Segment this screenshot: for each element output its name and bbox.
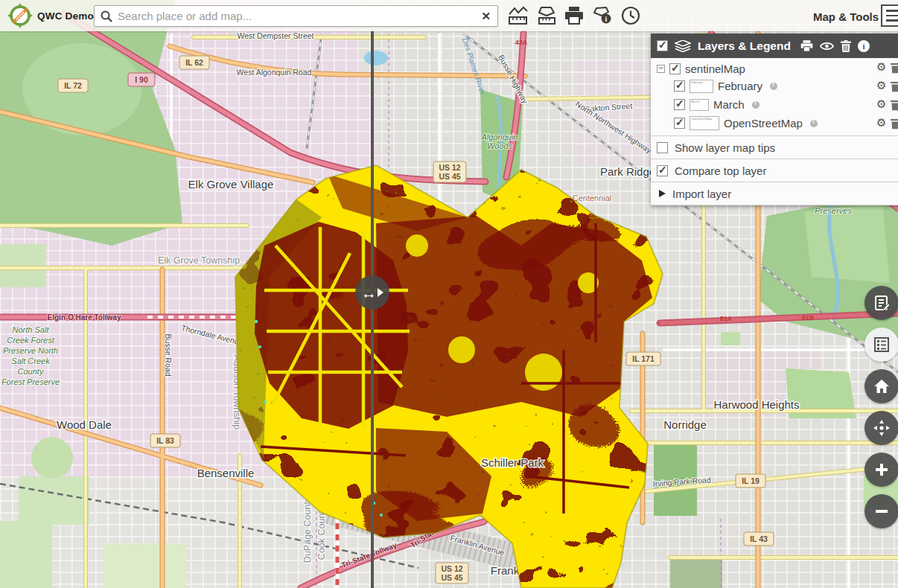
green-area-label: Forest Preserve xyxy=(1,377,60,386)
document-edit-button[interactable] xyxy=(864,286,898,320)
group-settings-gear-icon[interactable] xyxy=(876,60,886,74)
panel-visibility-checkbox[interactable] xyxy=(657,40,668,51)
map-tools-label: Map & Tools xyxy=(813,10,879,23)
svg-text:IL 62: IL 62 xyxy=(185,58,203,67)
map-tips-label: Show layer map tips xyxy=(675,141,775,154)
height-profile-tool-button[interactable] xyxy=(506,4,529,27)
expand-triangle-icon[interactable] xyxy=(659,190,666,197)
svg-text:IL 171: IL 171 xyxy=(632,354,655,363)
green-area-label: Salt Creek xyxy=(11,357,50,365)
clear-search-icon[interactable]: ✕ xyxy=(474,10,497,23)
city-label: Harwood Heights xyxy=(713,398,799,411)
svg-text:i: i xyxy=(605,15,608,23)
hamburger-menu-button[interactable] xyxy=(881,4,898,27)
compare-top-layer-option[interactable]: Compare top layer xyxy=(651,159,898,182)
remove-group-trash-icon[interactable] xyxy=(891,62,898,73)
group-checkbox[interactable] xyxy=(669,63,681,74)
show-map-tips-option[interactable]: Show layer map tips xyxy=(651,136,898,159)
layer-checkbox[interactable] xyxy=(674,99,685,110)
layer-row-openstreetmap[interactable]: OpenStreetMap OpenStreetMap xyxy=(651,114,898,132)
layer-row-february[interactable]: February February xyxy=(651,77,898,95)
city-label: Elk Grove Village xyxy=(188,178,274,191)
left-right-arrow-icon: ↔ xyxy=(361,285,377,301)
city-label: Schiller Park xyxy=(481,456,544,469)
measure-tool-button[interactable] xyxy=(534,4,558,27)
green-area-label: Creek Forest xyxy=(7,336,55,345)
time-manager-tool-button[interactable] xyxy=(619,4,643,27)
identify-region-tool-button[interactable]: i xyxy=(590,4,614,27)
zoom-in-button[interactable] xyxy=(864,453,898,487)
layer-checkbox[interactable] xyxy=(674,80,685,92)
city-label: Park Ridge xyxy=(600,165,655,178)
panel-title: Layers & Legend xyxy=(698,39,791,53)
city-label: Wood Dale xyxy=(57,418,112,431)
import-layer-option[interactable]: Import layer xyxy=(651,182,898,205)
legend-thumbnail: OpenStreetMap xyxy=(690,116,719,130)
street-label: Busse Road xyxy=(164,333,173,376)
import-layer-label: Import layer xyxy=(672,188,731,200)
layer-tree: sentinelMap February February March Marc… xyxy=(651,58,898,136)
remove-all-layers-trash-icon[interactable] xyxy=(841,40,851,52)
layer-row-march[interactable]: March March xyxy=(651,95,898,114)
city-label: Norridge xyxy=(663,418,707,431)
green-area-label: Algonquin xyxy=(481,132,518,141)
search-bar[interactable]: ✕ xyxy=(94,5,498,27)
layer-settings-gear-icon[interactable] xyxy=(876,116,886,130)
group-label: sentinelMap xyxy=(685,63,745,75)
svg-text:i: i xyxy=(862,42,864,51)
motorway-label: Elgin-O'Hare Tollway xyxy=(48,313,121,322)
compare-label: Compare top layer xyxy=(675,164,766,177)
layer-info-icon[interactable]: i xyxy=(858,40,870,52)
zoom-out-button[interactable] xyxy=(864,494,898,528)
layer-info-dot-icon[interactable] xyxy=(770,83,777,90)
print-tool-button[interactable] xyxy=(562,4,586,27)
search-input[interactable] xyxy=(118,10,474,22)
county-label: DuPage County xyxy=(302,496,313,563)
green-area-label: County xyxy=(18,367,45,376)
layer-label: February xyxy=(718,80,762,92)
remove-layer-trash-icon[interactable] xyxy=(891,99,898,110)
layer-checkbox[interactable] xyxy=(674,118,685,129)
compare-checkbox[interactable] xyxy=(657,165,668,176)
svg-text:IL 72: IL 72 xyxy=(64,81,82,90)
qwc-compass-logo-icon xyxy=(7,3,33,28)
us-route-shield: US 12 US 45 xyxy=(433,162,466,182)
legend-thumbnail: March xyxy=(690,99,709,111)
print-legend-icon[interactable] xyxy=(800,40,813,52)
remove-layer-trash-icon[interactable] xyxy=(891,118,898,129)
layer-label: March xyxy=(713,98,745,111)
top-toolbar: QWC Demo ✕ i xyxy=(0,0,898,31)
collapse-group-toggle[interactable] xyxy=(657,65,665,73)
svg-text:IL 83: IL 83 xyxy=(156,436,174,445)
app-title: QWC Demo xyxy=(37,10,94,22)
compare-slider-handle[interactable]: ↔ xyxy=(355,275,389,310)
svg-text:IL 43: IL 43 xyxy=(750,534,768,543)
city-label: Bensenville xyxy=(197,467,255,479)
svg-text:US 45: US 45 xyxy=(439,172,460,181)
layer-settings-gear-icon[interactable] xyxy=(876,79,886,92)
green-area-label: Preserve North xyxy=(3,346,58,355)
toggle-all-visibility-eye-icon[interactable] xyxy=(820,41,834,51)
exit-label: 43A xyxy=(515,39,528,46)
legend-thumbnail: February xyxy=(690,80,713,93)
svg-text:I 90: I 90 xyxy=(135,75,148,84)
legend-list-button[interactable] xyxy=(864,327,898,362)
remove-layer-trash-icon[interactable] xyxy=(891,80,898,92)
svg-text:US 12: US 12 xyxy=(439,163,460,172)
green-area-label: Preserves xyxy=(815,206,852,215)
pan-position-button[interactable] xyxy=(864,411,898,445)
layer-info-dot-icon[interactable] xyxy=(752,101,760,109)
layer-info-dot-icon[interactable] xyxy=(810,120,818,127)
compare-slider-line xyxy=(371,31,374,588)
svg-text:US 45: US 45 xyxy=(441,573,462,582)
area-label: Centennial xyxy=(573,194,612,202)
right-triangle-icon xyxy=(378,288,383,297)
search-icon xyxy=(101,10,112,22)
layer-group-row[interactable]: sentinelMap xyxy=(651,58,898,77)
home-extent-button[interactable] xyxy=(864,369,898,403)
layer-settings-gear-icon[interactable] xyxy=(876,98,886,111)
panel-header: Layers & Legend i xyxy=(651,33,898,58)
layers-legend-panel: Layers & Legend i sentinelMap xyxy=(651,33,898,205)
township-label: Elk Grove Township xyxy=(158,255,240,266)
map-tips-checkbox[interactable] xyxy=(657,142,668,153)
